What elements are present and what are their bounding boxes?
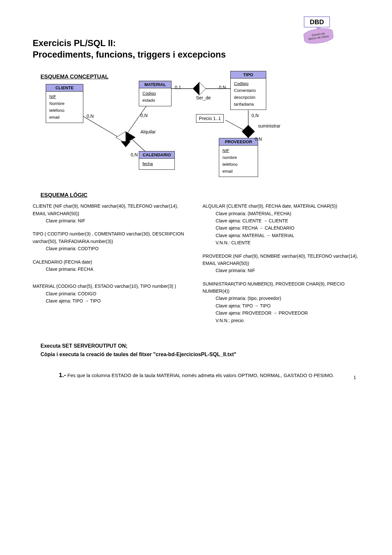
er-entity-proveedor: PROVEEDOR NIF nombre teléfono email — [219, 138, 258, 177]
er-attrs-proveedor: NIF nombre teléfono email — [219, 146, 258, 177]
schema-columns: CLIENTE (NIF char(9), NOMBRE varchar(40)… — [33, 202, 359, 330]
er-rel-alquilar-label: Alquilar — [140, 129, 156, 134]
svg-marker-12 — [121, 141, 131, 147]
er-entity-tipo: TIPO Codtipo Comentario descripción tari… — [230, 71, 266, 110]
er-title-calendario: CALENDARIO — [139, 151, 174, 159]
er-rel-suministrar-diamond — [242, 125, 255, 139]
er-attrs-calendario: fecha — [139, 159, 174, 169]
card-mat-ser: 0,1 — [175, 85, 181, 90]
er-rel-alquilar-diamond — [116, 131, 136, 148]
schema-col-left: CLIENTE (NIF char(9), NOMBRE varchar(40)… — [33, 202, 189, 330]
schema-tipo: TIPO ( CODTIPO number(3) , COMENTARIO va… — [33, 230, 189, 252]
er-entity-material: MATERIAL Código estado — [139, 81, 172, 106]
er-title-cliente: CLIENTE — [46, 84, 83, 92]
svg-line-0 — [78, 113, 121, 139]
exercise-1-text: Fes que la columna ESTADO de la taula MA… — [66, 373, 334, 378]
er-title-tipo: TIPO — [231, 71, 266, 78]
card-mat-alq: 0,N — [140, 113, 148, 118]
card-tipo-sum: 0,N — [252, 113, 259, 118]
logo-subtitle: Diseño de Bases de Datos — [303, 27, 334, 45]
exercise-1: 1.- Fes que la columna ESTADO de la taul… — [59, 371, 340, 380]
page-number: 1 — [353, 375, 356, 380]
er-entity-cliente: CLIENTE NIF Nombre teléfono email — [46, 84, 83, 123]
schema-col-right: ALQUILAR (CLIENTE char(9), FECHA date, M… — [203, 202, 359, 330]
schema-material: MATERIAL (CODIGO char(5), ESTADO varchar… — [33, 283, 189, 304]
logo-title: DBD — [304, 16, 330, 27]
er-title-proveedor: PROVEEDOR — [219, 138, 258, 146]
er-rel-serde-diamond — [193, 82, 206, 95]
exercise-1-number: 1.- — [59, 372, 66, 378]
er-attrs-cliente: NIF Nombre teléfono email — [46, 92, 83, 123]
er-title-material: MATERIAL — [139, 81, 171, 88]
instruction-1: Executa SET SERVEROUTPUT ON; — [41, 343, 359, 349]
schema-calendario: CALENDARIO (FECHA date) Clave primaria: … — [33, 258, 189, 273]
er-attrs-tipo: Codtipo Comentario descripción tarifadia… — [231, 78, 266, 110]
schema-cliente: CLIENTE (NIF char(9), NOMBRE varchar(40)… — [33, 202, 189, 224]
page: DBD Diseño de Bases de Datos Exercicis P… — [0, 0, 392, 393]
card-cliente-alq: 0,N — [87, 113, 94, 119]
er-attrs-material: Código estado — [139, 88, 171, 106]
card-cal-alq: 0,N — [131, 152, 138, 157]
er-rel-serde-label: Ser_de — [196, 95, 211, 100]
svg-marker-13 — [242, 125, 255, 138]
card-tipo-ser: 0,N — [219, 85, 226, 90]
er-entity-calendario: CALENDARIO fecha — [139, 151, 175, 170]
heading-logic: ESQUEMA LÒGIC — [41, 192, 359, 199]
svg-line-7 — [225, 120, 243, 130]
svg-marker-9 — [199, 82, 206, 95]
card-prov-sum: 0,N — [255, 136, 262, 142]
instruction-2: Còpia i executa la creació de taules del… — [41, 352, 359, 357]
logo: DBD Diseño de Bases de Datos — [304, 16, 333, 43]
schema-alquilar: ALQUILAR (CLIENTE char(9), FECHA date, M… — [203, 202, 359, 246]
er-attr-precio: Precio 1..1 — [196, 114, 224, 123]
er-diagram: CLIENTE NIF Nombre teléfono email MATERI… — [33, 74, 359, 179]
er-rel-suministrar-label: suministrar — [258, 123, 280, 129]
schema-suministrar: SUMINISTRAR(TIPO NUMBER(3), PROVEEDOR CH… — [203, 280, 359, 324]
schema-proveedor: PROVEEDOR (NIF char(9), NOMBRE varchar(4… — [203, 252, 359, 274]
